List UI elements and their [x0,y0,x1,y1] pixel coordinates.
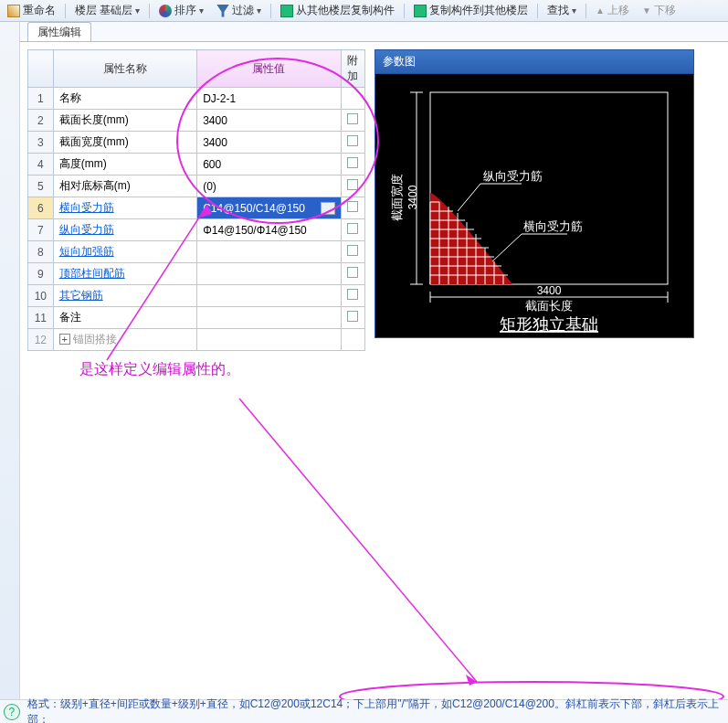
col-value-head[interactable]: 属性值 [197,50,342,88]
prop-value-cell[interactable] [197,241,342,263]
dropdown-icon: ▾ [257,5,261,16]
ellipsis-button[interactable]: ⋯ [321,202,335,215]
prop-name-link[interactable]: 其它钢筋 [59,289,103,302]
prop-name-cell: 截面长度(mm) [53,110,197,132]
table-row[interactable]: 8短向加强筋 [28,241,365,263]
prop-value-cell[interactable] [197,285,342,307]
svg-line-27 [492,234,522,261]
extra-checkbox[interactable] [347,201,358,212]
filter-label: 过滤 [232,3,254,18]
extra-checkbox[interactable] [347,267,358,278]
extra-checkbox-cell [341,241,364,263]
floor-selector[interactable]: 楼层 基础层 ▾ [71,1,143,20]
sort-icon [159,5,172,17]
row-number: 4 [28,154,54,175]
svg-text:纵向受力筋: 纵向受力筋 [483,169,543,183]
move-down-button[interactable]: ▼ 下移 [638,1,680,20]
svg-text:3400: 3400 [406,185,419,209]
row-number: 5 [28,175,54,197]
arrow-down-icon: ▼ [642,5,651,16]
extra-checkbox[interactable] [347,289,358,300]
extra-checkbox[interactable] [347,311,358,322]
copy-icon [280,5,293,17]
extra-checkbox[interactable] [347,113,358,124]
svg-text:截面宽度: 截面宽度 [390,174,404,221]
svg-marker-40 [466,675,477,686]
rename-button[interactable]: 重命名 [4,1,59,20]
extra-checkbox[interactable] [347,157,358,168]
table-row[interactable]: 1名称DJ-2-1 [28,88,365,110]
prop-name-link[interactable]: 顶部柱间配筋 [59,267,125,280]
extra-checkbox-cell [341,263,364,285]
copy-icon [414,5,427,17]
prop-value-cell[interactable]: DJ-2-1 [197,88,342,110]
copy-to-button[interactable]: 复制构件到其他楼层 [410,1,532,20]
prop-value-cell[interactable] [197,307,342,329]
extra-checkbox-cell [341,132,364,154]
sort-button[interactable]: 排序 ▾ [155,1,207,20]
rename-label: 重命名 [23,3,56,18]
table-row[interactable]: 12+ 锚固搭接 [28,329,365,351]
find-button[interactable]: 查找 ▾ [543,1,580,20]
prop-value-cell[interactable]: (0) [197,175,342,197]
prop-value-cell[interactable] [197,263,342,285]
find-label: 查找 [547,3,569,18]
row-number: 1 [28,88,54,110]
copy-from-button[interactable]: 从其他楼层复制构件 [277,1,398,20]
separator [270,4,271,18]
prop-name-cell: + 锚固搭接 [53,329,197,351]
table-row[interactable]: 11备注 [28,307,365,329]
status-text: 格式：级别+直径+间距或数量+级别+直径，如C12@200或12C14；下上部用… [27,696,724,724]
prop-name-link[interactable]: 短向加强筋 [59,245,114,258]
svg-line-24 [458,184,480,211]
extra-checkbox-cell [341,197,364,219]
prop-value-cell[interactable] [197,329,342,351]
prop-value-cell[interactable]: Φ14@150/Φ14@150 [197,219,342,241]
row-number: 3 [28,132,54,154]
prop-name-cell: 其它钢筋 [53,285,197,307]
extra-checkbox[interactable] [347,223,358,234]
prop-name-cell: 名称 [53,88,197,110]
table-row[interactable]: 7纵向受力筋Φ14@150/Φ14@150 [28,219,365,241]
extra-checkbox-cell [341,307,364,329]
table-row[interactable]: 6横向受力筋C14@150/C14@150⋯ [28,197,365,219]
copy-from-label: 从其他楼层复制构件 [296,3,395,18]
dropdown-icon: ▾ [572,5,576,16]
tab-property-edit[interactable]: 属性编辑 [27,22,91,41]
extra-checkbox-cell [341,110,364,132]
prop-name-link[interactable]: 横向受力筋 [59,201,114,214]
prop-value-cell[interactable]: 3400 [197,110,342,132]
extra-checkbox-cell [341,285,364,307]
content-area: 属性编辑 属性名称 属性值 附加 1名称DJ-2-12截面长度(mm)34003… [0,22,728,699]
help-icon[interactable]: ? [4,704,20,720]
separator [404,4,405,18]
extra-checkbox[interactable] [347,135,358,146]
filter-button[interactable]: 过滤 ▾ [213,1,265,20]
panel-body: 属性名称 属性值 附加 1名称DJ-2-12截面长度(mm)34003截面宽度(… [20,42,728,358]
table-row[interactable]: 4高度(mm)600 [28,154,365,175]
left-gutter [0,22,20,699]
prop-name-cell: 相对底标高(m) [53,175,197,197]
separator [65,4,66,18]
table-row[interactable]: 10其它钢筋 [28,285,365,307]
table-row[interactable]: 9顶部柱间配筋 [28,263,365,285]
col-name-head: 属性名称 [53,50,197,88]
move-up-button[interactable]: ▲ 上移 [592,1,633,20]
table-row[interactable]: 2截面长度(mm)3400 [28,110,365,132]
table-row[interactable]: 5相对底标高(m)(0) [28,175,365,197]
move-up-label: 上移 [607,3,629,18]
prop-name-cell: 高度(mm) [53,154,197,175]
extra-checkbox[interactable] [347,245,358,256]
expander-icon[interactable]: + [59,334,70,345]
prop-name-cell: 纵向受力筋 [53,219,197,241]
table-row[interactable]: 3截面宽度(mm)3400 [28,132,365,154]
extra-checkbox[interactable] [347,179,358,190]
extra-checkbox-cell [341,175,364,197]
prop-value-cell[interactable]: C14@150/C14@150⋯ [197,197,342,219]
col-extra-head: 附加 [341,50,364,88]
prop-name-link[interactable]: 纵向受力筋 [59,223,114,236]
row-number: 11 [28,307,54,329]
row-number: 7 [28,219,54,241]
prop-value-cell[interactable]: 3400 [197,132,342,154]
prop-value-cell[interactable]: 600 [197,154,342,175]
